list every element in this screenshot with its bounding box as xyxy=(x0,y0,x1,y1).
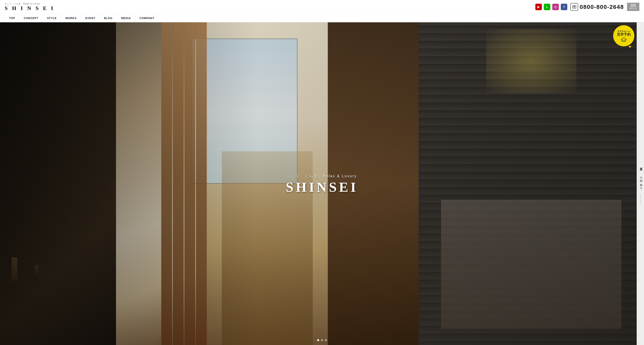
hero-dot-1[interactable] xyxy=(317,339,319,341)
menu-label: MENU xyxy=(629,7,637,9)
hero-dot-2[interactable] xyxy=(321,339,323,341)
instagram-icon[interactable]: ◎ xyxy=(552,4,559,10)
sidebar-contact[interactable]: お問い合わせ xyxy=(637,171,644,193)
logo-text[interactable]: S H I N S E I xyxy=(4,5,55,11)
logo-area: らしく、くらす。Relax & Luxury S H I N S E I xyxy=(4,2,55,11)
badge-text-small: モデルルーム xyxy=(618,30,630,32)
nav-item-concept[interactable]: CONCEPT xyxy=(20,14,43,22)
logo-tagline: らしく、くらす。Relax & Luxury xyxy=(4,2,55,5)
facebook-icon[interactable]: f xyxy=(561,4,567,10)
sidebar-document-request[interactable]: 資料請求 xyxy=(637,161,644,171)
hero-sidebar: 資料請求 お問い合わせ PAGE TOP xyxy=(637,22,644,345)
header-right: ▶ L ◎ f 0800-800-2648 MENU xyxy=(535,3,640,11)
hero-section: らしく、くらす。Relax & Luxury SHINSEI モデルルーム 見学… xyxy=(0,22,644,345)
svg-point-2 xyxy=(574,6,575,7)
social-icons: ▶ L ◎ f xyxy=(535,4,567,10)
house-icon xyxy=(621,37,627,42)
sidebar-page-top[interactable]: PAGE TOP xyxy=(638,193,642,206)
nav-item-style[interactable]: STYLE xyxy=(43,14,61,22)
youtube-icon[interactable]: ▶ xyxy=(535,4,542,10)
nav-item-top[interactable]: TOP xyxy=(4,14,20,22)
hero-logo: SHINSEI xyxy=(286,180,358,194)
line-icon[interactable]: L xyxy=(544,4,550,10)
nav-item-media[interactable]: MEDIA xyxy=(117,14,135,22)
menu-line-2 xyxy=(630,5,636,5)
nav-item-blog[interactable]: BLOG xyxy=(100,14,117,22)
hero-tagline: らしく、くらす。Relax & Luxury xyxy=(286,173,358,179)
phone-icon xyxy=(570,3,578,11)
badge-text-large: 見学予約 xyxy=(617,32,631,37)
header: らしく、くらす。Relax & Luxury S H I N S E I ▶ L… xyxy=(0,0,644,14)
main-navigation: TOP CONCEPT STYLE WORKS EVENT BLOG MEDIA… xyxy=(0,14,644,22)
nav-item-company[interactable]: COMPANY xyxy=(135,14,159,22)
menu-line-3 xyxy=(630,6,636,6)
svg-rect-4 xyxy=(623,40,625,41)
nav-item-event[interactable]: EVENT xyxy=(81,14,100,22)
svg-marker-3 xyxy=(621,37,626,41)
model-room-badge[interactable]: モデルルーム 見学予約 xyxy=(613,25,634,46)
menu-button[interactable]: MENU xyxy=(627,3,640,11)
camera-phone-icon xyxy=(572,5,576,9)
nav-item-works[interactable]: WORKS xyxy=(61,14,81,22)
phone-area: 0800-800-2648 xyxy=(570,3,624,11)
hero-pagination xyxy=(317,339,327,341)
menu-line-1 xyxy=(630,4,636,4)
hero-dot-3[interactable] xyxy=(325,339,327,341)
phone-number[interactable]: 0800-800-2648 xyxy=(580,4,624,10)
hero-text-block: らしく、くらす。Relax & Luxury SHINSEI xyxy=(286,173,358,194)
